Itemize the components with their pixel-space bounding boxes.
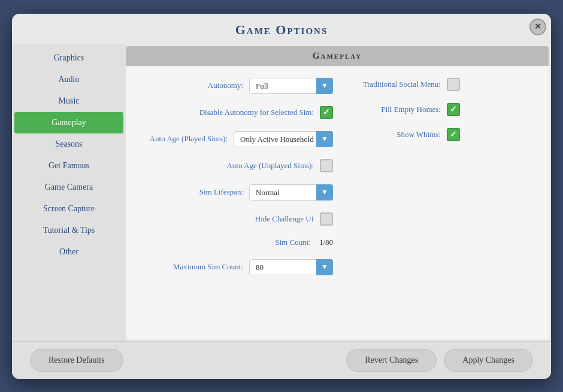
sim-lifespan-control: Short Normal Long Epic ▼ [249, 184, 333, 200]
sim-lifespan-dropdown[interactable]: Short Normal Long Epic [249, 184, 333, 200]
show-whims-label: Show Whims: [357, 130, 441, 139]
sim-lifespan-row: Sim Lifespan: Short Normal Long Epic [144, 184, 333, 200]
disable-autonomy-control [320, 106, 333, 119]
modal-footer: Restore Defaults Revert Changes Apply Ch… [12, 341, 551, 379]
hide-challenge-row: Hide Challenge UI [144, 212, 333, 226]
apply-changes-button[interactable]: Apply Changes [444, 349, 533, 372]
auto-age-unplayed-row: Auto Age (Unplayed Sims): [144, 159, 333, 172]
right-column: Traditional Social Menu: Fill Empty Home… [345, 78, 531, 287]
max-sim-count-dropdown[interactable]: 80 100 200 [249, 259, 333, 275]
disable-autonomy-label: Disable Autonomy for Selected Sim: [199, 108, 314, 117]
section-title: Gameplay [126, 46, 549, 66]
restore-defaults-button[interactable]: Restore Defaults [30, 349, 123, 372]
sim-count-label: Sim Count: [227, 238, 311, 247]
disable-autonomy-row: Disable Autonomy for Selected Sim: [144, 106, 333, 119]
revert-changes-button[interactable]: Revert Changes [346, 349, 437, 372]
sidebar-item-audio[interactable]: Audio [12, 69, 126, 90]
autonomy-row: Autonomy: Full High Medium Low Off [144, 78, 333, 94]
hide-challenge-checkbox[interactable] [320, 212, 333, 226]
traditional-social-control [447, 78, 460, 91]
max-sim-count-row: Maximum Sim Count: 80 100 200 ▼ [144, 259, 333, 275]
show-whims-row: Show Whims: [357, 128, 531, 141]
sidebar-item-graphics[interactable]: Graphics [12, 47, 126, 69]
show-whims-checkbox[interactable] [447, 128, 460, 141]
sidebar-item-game-camera[interactable]: Game Camera [12, 177, 126, 198]
auto-age-played-label: Auto Age (Played Sims): [144, 134, 228, 144]
autonomy-dropdown[interactable]: Full High Medium Low Off [249, 78, 333, 94]
auto-age-unplayed-checkbox[interactable] [320, 159, 333, 172]
content-body: Autonomy: Full High Medium Low Off [126, 66, 549, 339]
sidebar-item-gameplay[interactable]: Gameplay [14, 112, 123, 133]
sidebar-item-screen-capture[interactable]: Screen Capture [12, 198, 126, 220]
max-sim-count-label: Maximum Sim Count: [159, 262, 243, 272]
sidebar-item-get-famous[interactable]: Get Famous [12, 155, 126, 177]
traditional-social-label: Traditional Social Menu: [357, 80, 441, 89]
sidebar-item-other[interactable]: Other [12, 241, 126, 263]
auto-age-played-dropdown[interactable]: Only Active Household All Off [234, 131, 333, 147]
hide-challenge-control [320, 212, 333, 226]
modal-body: Graphics Audio Music Gameplay Seasons Ge… [12, 44, 551, 341]
left-column: Autonomy: Full High Medium Low Off [144, 78, 345, 287]
traditional-social-checkbox[interactable] [447, 78, 460, 91]
close-button[interactable]: ✕ [529, 19, 546, 35]
game-options-modal: Game Options ✕ Graphics Audio Music Game… [12, 14, 551, 379]
auto-age-played-control: Only Active Household All Off ▼ [234, 131, 333, 147]
sidebar: Graphics Audio Music Gameplay Seasons Ge… [12, 44, 126, 341]
autonomy-dropdown-wrapper: Full High Medium Low Off ▼ [249, 78, 333, 94]
autonomy-label: Autonomy: [159, 81, 243, 90]
show-whims-control [447, 128, 460, 141]
sidebar-item-tutorial-tips[interactable]: Tutorial & Tips [12, 220, 126, 241]
auto-age-played-row: Auto Age (Played Sims): Only Active Hous… [144, 131, 333, 147]
fill-empty-homes-checkbox[interactable] [447, 103, 460, 116]
main-content: Gameplay Autonomy: Full High [126, 46, 549, 339]
sidebar-item-music[interactable]: Music [12, 90, 126, 112]
max-sim-count-control: 80 100 200 ▼ [249, 259, 333, 275]
hide-challenge-label: Hide Challenge UI [230, 214, 314, 224]
settings-grid: Autonomy: Full High Medium Low Off [144, 78, 531, 287]
modal-title: Game Options [12, 14, 551, 44]
fill-empty-homes-label: Fill Empty Homes: [357, 105, 441, 114]
sim-lifespan-label: Sim Lifespan: [159, 187, 243, 197]
fill-empty-homes-control [447, 103, 460, 116]
autonomy-control: Full High Medium Low Off ▼ [249, 78, 333, 94]
traditional-social-row: Traditional Social Menu: [357, 78, 531, 91]
sidebar-item-seasons[interactable]: Seasons [12, 133, 126, 155]
disable-autonomy-checkbox[interactable] [320, 106, 333, 119]
footer-right-buttons: Revert Changes Apply Changes [346, 349, 533, 372]
auto-age-played-wrapper: Only Active Household All Off ▼ [234, 131, 333, 147]
fill-empty-homes-row: Fill Empty Homes: [357, 103, 531, 116]
sim-lifespan-wrapper: Short Normal Long Epic ▼ [249, 184, 333, 200]
sim-count-value: 1/80 [319, 238, 333, 247]
sim-count-control: 1/80 [317, 238, 333, 247]
auto-age-unplayed-control [320, 159, 333, 172]
auto-age-unplayed-label: Auto Age (Unplayed Sims): [226, 161, 314, 171]
sim-count-row: Sim Count: 1/80 [144, 238, 333, 247]
max-sim-count-wrapper: 80 100 200 ▼ [249, 259, 333, 275]
